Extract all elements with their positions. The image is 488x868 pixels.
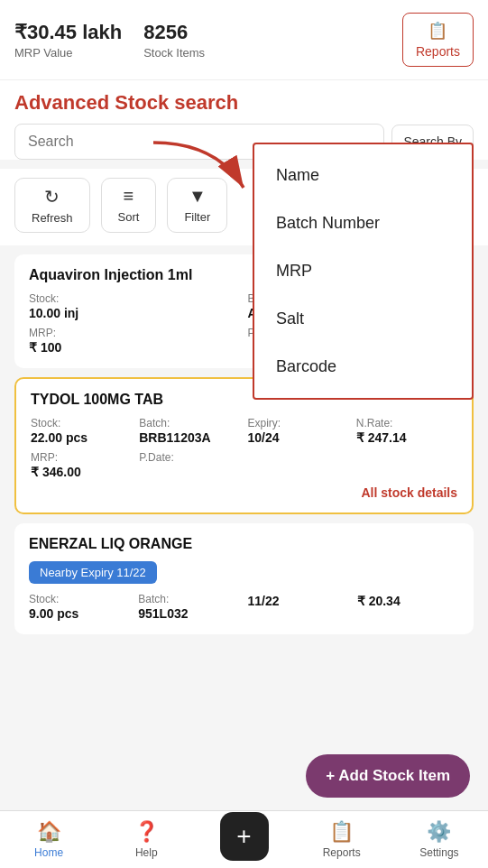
- tydol-stock-val: 22.00 pcs: [31, 430, 87, 445]
- add-stock-button[interactable]: + Add Stock Item: [306, 754, 470, 798]
- all-stock-details-label: All stock details: [31, 485, 457, 500]
- tydol-expiry-label: Expiry:: [248, 417, 349, 429]
- filter-icon: ▼: [189, 186, 207, 207]
- enerzal-stock-field: Stock: 9.00 pcs: [29, 593, 131, 622]
- mrp-value-stat: ₹30.45 lakh MRP Value: [14, 21, 122, 60]
- enerzal-batch-val: 951L032: [138, 606, 188, 621]
- stock-field-mrp: MRP: ₹ 100: [29, 327, 241, 356]
- mrp-value: ₹30.45 lakh: [14, 21, 122, 44]
- enerzal-stock-val: 9.00 pcs: [29, 606, 78, 621]
- stock-name-enerzal: ENERZAL LIQ ORANGE: [29, 536, 459, 552]
- mrp-label: MRP Value: [14, 46, 122, 60]
- nav-help[interactable]: ❓ Help: [97, 813, 195, 866]
- stock-field-stock: Stock: 10.00 inj: [29, 292, 241, 321]
- bottom-nav: 🏠 Home ❓ Help + 📋 Reports ⚙️ Settings: [0, 810, 488, 868]
- nav-add[interactable]: +: [195, 805, 292, 869]
- search-by-dropdown: Name Batch Number MRP Salt Barcode: [253, 143, 474, 400]
- help-label: Help: [135, 846, 158, 859]
- stats-bar: ₹30.45 lakh MRP Value 8256 Stock Items 📋…: [0, 0, 488, 80]
- tydol-expiry-field: Expiry: 10/24: [248, 417, 349, 446]
- tydol-stock-label: Stock:: [31, 417, 132, 429]
- enerzal-batch-field: Batch: 951L032: [138, 593, 240, 622]
- stock-label: Stock:: [29, 292, 241, 305]
- tydol-stock-field: Stock: 22.00 pcs: [31, 417, 132, 446]
- sort-icon: ≡: [124, 186, 134, 207]
- tydol-nrate-val: ₹ 247.14: [356, 430, 407, 445]
- reports-nav-icon: 📋: [329, 820, 354, 844]
- nearby-expiry-badge: Nearby Expiry 11/22: [29, 561, 157, 584]
- stock-card-enerzal: ENERZAL LIQ ORANGE Nearby Expiry 11/22 S…: [14, 523, 474, 634]
- enerzal-stock-label: Stock:: [29, 593, 131, 605]
- tydol-batch-label: Batch:: [139, 417, 240, 429]
- stock-items-label: Stock Items: [143, 46, 205, 60]
- mrp-label-f: MRP:: [29, 327, 241, 339]
- dropdown-item-mrp[interactable]: MRP: [254, 247, 472, 295]
- add-icon: +: [236, 822, 251, 851]
- stock-items-stat: 8256 Stock Items: [143, 21, 205, 60]
- settings-label: Settings: [419, 846, 458, 859]
- tydol-mrp-field: MRP: ₹ 346.00: [31, 451, 132, 480]
- tydol-batch-val: BRB11203A: [139, 430, 210, 445]
- stock-val: 10.00 inj: [29, 306, 78, 320]
- nav-home[interactable]: 🏠 Home: [0, 813, 97, 866]
- tydol-nrate-field: N.Rate: ₹ 247.14: [356, 417, 457, 446]
- tydol-batch-field: Batch: BRB11203A: [139, 417, 240, 446]
- home-label: Home: [34, 846, 63, 859]
- sort-label: Sort: [118, 210, 140, 224]
- dropdown-item-salt[interactable]: Salt: [254, 295, 472, 343]
- tydol-mrp-val: ₹ 346.00: [31, 465, 81, 479]
- refresh-icon: ↻: [44, 186, 60, 208]
- filter-button[interactable]: ▼ Filter: [167, 178, 227, 233]
- dropdown-item-barcode[interactable]: Barcode: [254, 343, 472, 391]
- help-icon: ❓: [134, 820, 159, 844]
- settings-icon: ⚙️: [427, 820, 451, 844]
- add-center-button[interactable]: +: [220, 812, 269, 861]
- add-stock-label: + Add Stock Item: [326, 767, 450, 784]
- enerzal-nrate-val: ₹ 20.34: [357, 594, 401, 608]
- enerzal-batch-label: Batch:: [138, 593, 240, 605]
- refresh-button[interactable]: ↻ Refresh: [14, 178, 90, 233]
- stock-details-tydol: Stock: 22.00 pcs Batch: BRB11203A Expiry…: [31, 417, 457, 480]
- reports-button[interactable]: 📋 Reports: [402, 13, 474, 67]
- tydol-pdate-field: P.Date:: [139, 451, 240, 480]
- enerzal-expiry-field: 11/22: [248, 593, 350, 622]
- dropdown-item-batch[interactable]: Batch Number: [254, 199, 472, 247]
- enerzal-expiry-val: 11/22: [248, 594, 280, 608]
- mrp-val: ₹ 100: [29, 340, 61, 355]
- stock-details-enerzal: Stock: 9.00 pcs Batch: 951L032 11/22 ₹ 2…: [29, 593, 459, 622]
- tydol-expiry-val: 10/24: [248, 430, 280, 445]
- advanced-search-title: Advanced Stock search: [14, 91, 474, 115]
- reports-nav-label: Reports: [323, 846, 361, 859]
- reports-icon: 📋: [428, 21, 447, 41]
- nav-settings[interactable]: ⚙️ Settings: [391, 813, 488, 866]
- dropdown-item-name[interactable]: Name: [254, 152, 472, 199]
- enerzal-nrate-field: ₹ 20.34: [357, 593, 459, 622]
- reports-btn-label: Reports: [416, 44, 460, 59]
- sort-button[interactable]: ≡ Sort: [101, 178, 157, 233]
- filter-label: Filter: [184, 210, 210, 224]
- home-icon: 🏠: [37, 820, 61, 844]
- stock-items-value: 8256: [143, 21, 205, 44]
- nav-reports[interactable]: 📋 Reports: [293, 813, 391, 866]
- tydol-pdate-label: P.Date:: [139, 451, 240, 464]
- tydol-nrate-label: N.Rate:: [356, 417, 457, 429]
- refresh-label: Refresh: [32, 211, 73, 225]
- tydol-mrp-label: MRP:: [31, 451, 132, 464]
